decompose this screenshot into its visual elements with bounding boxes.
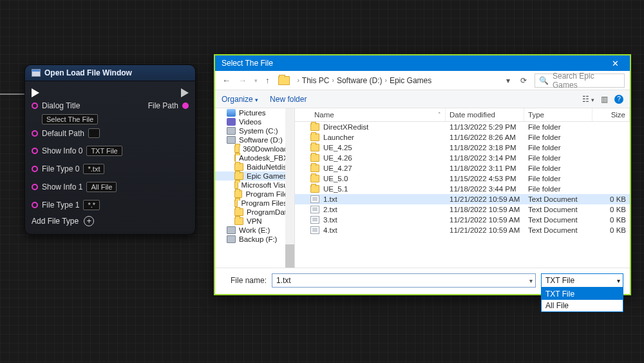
tree-item[interactable]: 360Downloads xyxy=(215,144,294,153)
dialog-title-input[interactable]: Select The File xyxy=(42,114,98,124)
breadcrumb[interactable]: › This PC › Software (D:) › Epic Games ▾ xyxy=(298,76,513,85)
dialog-titlebar[interactable]: Select The File ✕ xyxy=(215,55,630,71)
scrollbar[interactable] xyxy=(285,108,294,268)
folder-tree[interactable]: PicturesVideosSystem (C:)Software (D:)36… xyxy=(215,108,295,268)
tree-item[interactable]: BaiduNetdisk xyxy=(215,162,294,172)
show-info-1-input[interactable]: All File xyxy=(86,182,117,192)
list-header[interactable]: Name ˄ Date modified Type Size xyxy=(295,108,630,122)
sort-caret-icon: ˄ xyxy=(438,112,441,118)
tree-item[interactable]: Program Files xyxy=(215,190,294,199)
tree-item[interactable]: Work (E:) xyxy=(215,226,294,235)
tree-item[interactable]: Videos xyxy=(215,117,294,126)
tree-item[interactable]: Microsoft Visua xyxy=(215,181,294,190)
filename-input[interactable]: 1.txt ▾ xyxy=(272,273,536,288)
tree-item[interactable]: Program Files ( xyxy=(215,199,294,208)
file-date: 11/13/2022 5:29 PM xyxy=(446,123,524,132)
file-row[interactable]: UE_5.011/15/2022 4:53 PMFile folder xyxy=(295,173,630,184)
filetype-option[interactable]: TXT File xyxy=(542,288,623,300)
exec-wire xyxy=(0,93,26,95)
col-date[interactable]: Date modified xyxy=(446,108,524,121)
close-button[interactable]: ✕ xyxy=(604,57,626,70)
file-row[interactable]: 4.txt11/21/2022 10:59 AMText Document0 K… xyxy=(295,225,630,235)
show-info-0-input[interactable]: TXT File xyxy=(86,146,122,156)
tree-item[interactable]: ProgramData xyxy=(215,208,294,217)
folder-icon xyxy=(310,175,319,182)
tree-item[interactable]: System (C:) xyxy=(215,126,294,135)
organize-button[interactable]: Organize ▾ xyxy=(222,95,258,104)
new-folder-button[interactable]: New folder xyxy=(270,95,307,104)
default-path-input[interactable] xyxy=(88,128,100,138)
chevron-down-icon[interactable]: ▾ xyxy=(529,277,533,284)
folder-icon xyxy=(310,154,319,162)
blueprint-header[interactable]: Open Load File Window xyxy=(25,65,195,81)
tree-label: Backup (F:) xyxy=(239,235,277,243)
recent-drop[interactable]: ▾ xyxy=(252,77,260,84)
blueprint-node[interactable]: Open Load File Window Dialog Title File … xyxy=(24,64,196,235)
crumb[interactable]: Software (D:) xyxy=(337,76,383,85)
file-row[interactable]: UE_4.2511/18/2022 3:18 PMFile folder xyxy=(295,142,630,153)
forward-button[interactable]: → xyxy=(236,75,249,85)
file-row[interactable]: 2.txt11/18/2022 10:59 AMText Document0 K… xyxy=(295,204,630,215)
help-icon[interactable]: ? xyxy=(614,95,623,104)
file-row[interactable]: UE_4.2611/18/2022 3:14 PMFile folder xyxy=(295,153,630,163)
pin-label: Show Info 0 xyxy=(42,146,82,155)
tree-item[interactable]: Pictures xyxy=(215,108,294,117)
tree-item[interactable]: Epic Games xyxy=(215,172,294,181)
view-mode-button[interactable]: ☷ ▾ xyxy=(582,95,594,104)
data-pin-out[interactable] xyxy=(182,103,189,109)
col-name[interactable]: Name ˄ xyxy=(295,108,446,121)
file-type-1-input[interactable]: *.* xyxy=(83,200,100,210)
tree-label: Work (E:) xyxy=(239,226,270,234)
tree-item[interactable]: Autodesk_FBX_ xyxy=(215,153,294,162)
col-type[interactable]: Type xyxy=(524,108,592,121)
file-name: Launcher xyxy=(323,133,354,141)
data-pin[interactable] xyxy=(32,103,38,109)
out-label: File Path xyxy=(148,101,178,110)
file-type: File folder xyxy=(524,174,592,183)
file-row[interactable]: UE_5.111/18/2022 3:44 PMFile folder xyxy=(295,184,630,194)
crumb[interactable]: Epic Games xyxy=(390,76,431,85)
dialog-nav: ← → ▾ ↑ › This PC › Software (D:) › Epic… xyxy=(215,71,630,90)
data-pin[interactable] xyxy=(32,148,38,154)
scrollbar-thumb[interactable] xyxy=(285,244,294,268)
fld-icon xyxy=(234,190,242,198)
col-size[interactable]: Size xyxy=(592,108,630,121)
crumb[interactable]: This PC xyxy=(302,76,330,85)
exec-out-pin[interactable] xyxy=(181,88,189,97)
file-row[interactable]: 3.txt11/21/2022 10:59 AMText Document0 K… xyxy=(295,215,630,225)
txt-icon xyxy=(310,195,319,203)
tree-item[interactable]: Software (D:) xyxy=(215,135,294,144)
data-pin[interactable] xyxy=(32,202,38,208)
file-size: 0 KB xyxy=(592,195,630,204)
chevron-down-icon[interactable]: ▾ xyxy=(617,277,620,284)
filetype-dropdown[interactable]: TXT File All File xyxy=(541,288,623,312)
data-pin[interactable] xyxy=(32,184,38,190)
file-type: Text Document xyxy=(524,215,592,224)
drv-icon xyxy=(227,136,236,144)
up-button[interactable]: ↑ xyxy=(263,75,272,85)
back-button[interactable]: ← xyxy=(220,75,232,85)
filetype-option[interactable]: All File xyxy=(542,300,623,311)
file-date: 11/21/2022 10:59 AM xyxy=(446,195,524,204)
file-type: File folder xyxy=(524,143,592,152)
tree-label: Autodesk_FBX_ xyxy=(239,154,292,162)
breadcrumb-drop-icon[interactable]: ▾ xyxy=(506,76,513,85)
add-file-type-button[interactable]: Add File Type + xyxy=(30,212,190,226)
filetype-select[interactable]: TXT File ▾ xyxy=(541,273,623,288)
file-row[interactable]: UE_4.2711/18/2022 3:11 PMFile folder xyxy=(295,163,630,173)
preview-pane-button[interactable]: ▥ xyxy=(601,95,608,104)
file-date: 11/21/2022 10:59 AM xyxy=(446,215,524,224)
data-pin[interactable] xyxy=(32,130,38,137)
file-type-0-input[interactable]: *.txt xyxy=(83,164,104,174)
data-pin[interactable] xyxy=(32,166,38,172)
file-row[interactable]: 1.txt11/21/2022 10:59 AMText Document0 K… xyxy=(295,194,630,204)
file-row[interactable]: DirectXRedist11/13/2022 5:29 PMFile fold… xyxy=(295,122,630,132)
refresh-button[interactable]: ⟳ xyxy=(516,76,531,85)
tree-item[interactable]: Backup (F:) xyxy=(215,235,294,244)
file-size xyxy=(592,133,630,142)
blueprint-title: Open Load File Window xyxy=(44,68,132,77)
file-row[interactable]: Launcher11/16/2022 8:26 AMFile folder xyxy=(295,132,630,142)
search-box[interactable]: 🔍 Search Epic Games xyxy=(535,74,625,88)
tree-item[interactable]: VPN xyxy=(215,217,294,226)
exec-in-pin[interactable] xyxy=(32,88,39,97)
